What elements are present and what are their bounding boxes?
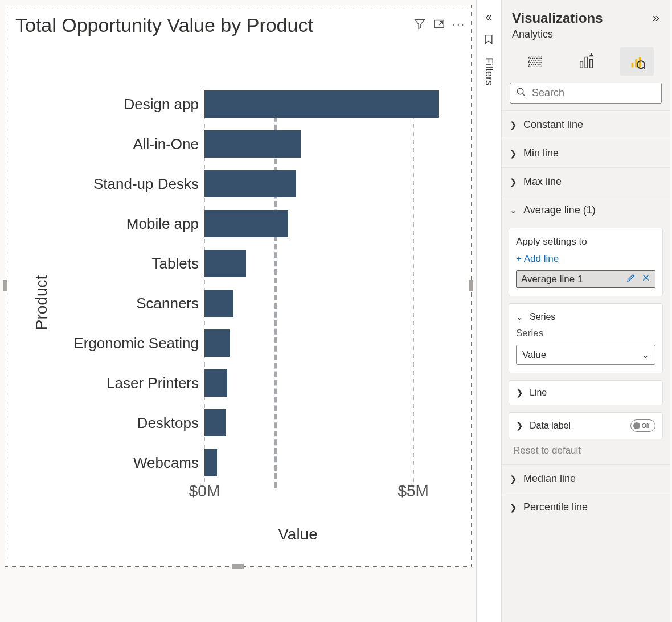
filter-icon[interactable]	[413, 18, 426, 33]
series-selected-value: Value	[522, 349, 546, 361]
svg-rect-8	[635, 59, 637, 67]
section-min-line[interactable]: ❯ Min line	[502, 139, 670, 167]
average-line-card: Apply settings to + Add line Average lin…	[509, 228, 663, 296]
category-label: Webcams	[133, 454, 199, 472]
bar-row[interactable]: All-in-One	[204, 130, 301, 158]
search-icon	[516, 87, 526, 100]
toggle-state: Off	[642, 423, 649, 429]
search-input-wrap[interactable]	[510, 83, 662, 104]
resize-handle-bottom[interactable]	[232, 564, 244, 569]
series-header: Series	[530, 312, 555, 322]
bookmark-icon[interactable]	[483, 34, 494, 47]
tab-analytics-icon[interactable]	[620, 47, 654, 76]
pane-subtitle: Analytics	[502, 28, 670, 44]
bar[interactable]	[204, 250, 246, 277]
plot-area: Product $0M$5MDesign appAll-in-OneStand-…	[17, 62, 465, 543]
bar-row[interactable]: Laser Printers	[204, 369, 227, 397]
bar-row[interactable]: Ergonomic Seating	[204, 329, 230, 357]
svg-rect-4	[580, 61, 583, 68]
svg-line-13	[522, 93, 525, 96]
toggle-knob	[633, 422, 640, 429]
resize-handle-left[interactable]	[3, 280, 7, 291]
bar[interactable]	[204, 449, 217, 476]
chevron-down-icon: ⌄	[516, 312, 525, 322]
bar-row[interactable]: Stand-up Desks	[204, 170, 296, 197]
data-label-toggle[interactable]: Off	[630, 419, 655, 432]
tab-build-icon[interactable]	[518, 47, 552, 76]
visualizations-pane: Visualizations » Analytics ❯	[501, 0, 670, 622]
series-select[interactable]: Value ⌄	[516, 345, 655, 365]
chevron-down-icon: ⌄	[641, 349, 649, 361]
data-label-card: ❯ Data label Off	[509, 412, 663, 439]
focus-mode-icon[interactable]	[433, 18, 445, 33]
chevron-right-icon: ❯	[510, 474, 519, 484]
delete-icon[interactable]	[641, 273, 650, 285]
chevron-down-icon: ⌄	[510, 205, 519, 216]
resize-handle-right[interactable]	[469, 280, 473, 291]
series-card: ⌄ Series Series Value ⌄	[509, 303, 663, 373]
chevron-right-icon: ❯	[516, 388, 525, 398]
bar[interactable]	[204, 369, 227, 397]
bar-row[interactable]: Design app	[204, 90, 439, 118]
bars-region: $0M$5MDesign appAll-in-OneStand-up Desks…	[204, 90, 442, 476]
average-line-chip[interactable]: Average line 1	[516, 270, 655, 288]
chip-label: Average line 1	[521, 274, 583, 285]
x-axis-title: Value	[17, 525, 465, 543]
category-label: Tablets	[152, 255, 199, 273]
line-card[interactable]: ❯ Line	[509, 380, 663, 405]
bar[interactable]	[204, 130, 301, 158]
section-label: Constant line	[523, 119, 583, 131]
data-label-header: Data label	[530, 421, 571, 431]
category-label: All-in-One	[133, 135, 199, 153]
collapse-left-icon[interactable]: «	[485, 10, 491, 23]
chart-visual-container[interactable]: Total Opportunity Value by Product ··· P…	[5, 5, 472, 567]
svg-rect-7	[631, 63, 633, 67]
svg-rect-2	[528, 60, 542, 63]
svg-point-12	[517, 88, 523, 94]
bar-row[interactable]: Desktops	[204, 409, 226, 436]
bar-row[interactable]: Mobile app	[204, 210, 288, 237]
tab-format-icon[interactable]	[569, 47, 603, 76]
search-input[interactable]	[531, 86, 665, 100]
x-tick-label: $0M	[189, 482, 220, 500]
bar[interactable]	[204, 90, 439, 118]
chart-title: Total Opportunity Value by Product	[15, 14, 413, 36]
section-median-line[interactable]: ❯ Median line	[502, 464, 670, 493]
category-label: Scanners	[136, 295, 199, 312]
bar[interactable]	[204, 170, 296, 197]
svg-rect-9	[638, 57, 641, 68]
svg-rect-3	[528, 65, 542, 67]
more-options-icon[interactable]: ···	[452, 18, 465, 33]
pane-title: Visualizations	[512, 10, 603, 26]
category-label: Laser Printers	[106, 374, 199, 392]
category-label: Desktops	[137, 414, 199, 432]
svg-line-11	[644, 67, 645, 69]
section-label: Max line	[523, 176, 562, 188]
expand-right-icon[interactable]: »	[653, 11, 659, 26]
chevron-right-icon: ❯	[510, 120, 519, 130]
reset-to-default[interactable]: Reset to default	[502, 443, 670, 464]
x-tick-label: $5M	[398, 482, 428, 500]
add-line-button[interactable]: + Add line	[516, 253, 655, 265]
bar-row[interactable]: Tablets	[204, 250, 246, 277]
bar-row[interactable]: Scanners	[204, 290, 233, 317]
bar[interactable]	[204, 409, 226, 436]
filters-pane-collapsed[interactable]: « Filters	[476, 0, 501, 622]
bar[interactable]	[204, 210, 288, 237]
bar[interactable]	[204, 329, 230, 357]
section-max-line[interactable]: ❯ Max line	[502, 167, 670, 196]
section-label: Percentile line	[523, 501, 588, 513]
edit-icon[interactable]	[626, 273, 636, 285]
section-average-line[interactable]: ⌄ Average line (1)	[502, 196, 670, 224]
bar-row[interactable]: Webcams	[204, 449, 217, 476]
filters-label: Filters	[483, 57, 495, 85]
section-percentile-line[interactable]: ❯ Percentile line	[502, 493, 670, 521]
bar[interactable]	[204, 290, 233, 317]
gridline	[413, 90, 414, 488]
section-label: Min line	[523, 147, 559, 159]
section-label: Average line (1)	[523, 204, 596, 216]
svg-rect-6	[589, 59, 592, 68]
category-label: Mobile app	[126, 215, 199, 233]
chevron-right-icon: ❯	[516, 421, 525, 431]
section-constant-line[interactable]: ❯ Constant line	[502, 110, 670, 139]
